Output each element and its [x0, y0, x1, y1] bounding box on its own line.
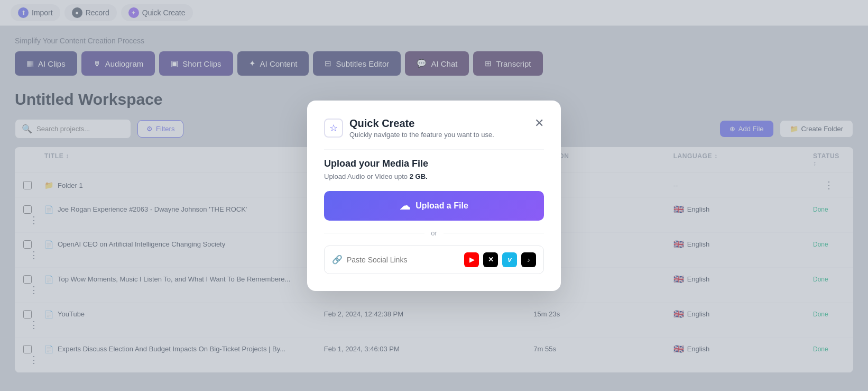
upload-section-sub: Upload Audio or Video upto 2 GB. — [324, 172, 544, 180]
tiktok-icon[interactable]: ♪ — [521, 252, 536, 267]
upload-section-title: Upload your Media File — [324, 158, 544, 169]
paste-social-input[interactable] — [347, 256, 460, 264]
upload-cloud-icon: ☁ — [400, 199, 410, 212]
paste-social-row: 🔗 ▶ ✕ v ♪ — [324, 245, 544, 274]
modal-title-group: ☆ Quick Create Quickly navigate to the f… — [324, 117, 494, 139]
modal-divider — [324, 149, 544, 150]
modal-header: ☆ Quick Create Quickly navigate to the f… — [324, 117, 544, 139]
modal-close-button[interactable]: ✕ — [534, 117, 544, 129]
upload-file-button[interactable]: ☁ Upload a File — [324, 191, 544, 221]
quick-create-modal: ☆ Quick Create Quickly navigate to the f… — [307, 101, 561, 291]
social-icons-group: ▶ ✕ v ♪ — [464, 252, 536, 267]
vimeo-icon[interactable]: v — [502, 252, 517, 267]
modal-title: Quick Create — [349, 117, 494, 130]
modal-overlay: ☆ Quick Create Quickly navigate to the f… — [0, 0, 868, 391]
modal-title-text: Quick Create Quickly navigate to the fea… — [349, 117, 494, 139]
youtube-icon[interactable]: ▶ — [464, 252, 479, 267]
or-divider: or — [324, 229, 544, 237]
modal-subtitle: Quickly navigate to the feature you want… — [349, 131, 494, 139]
x-twitter-icon[interactable]: ✕ — [483, 252, 498, 267]
link-icon: 🔗 — [332, 254, 343, 265]
modal-star-icon: ☆ — [324, 119, 343, 138]
